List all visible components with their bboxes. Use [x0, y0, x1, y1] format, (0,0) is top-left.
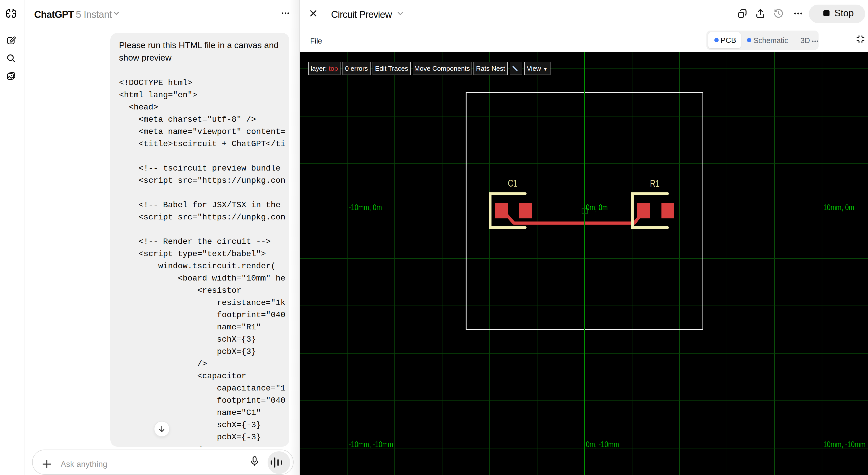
svg-text:-10mm, 0m: -10mm, 0m — [349, 203, 382, 212]
svg-text:-10mm, -10mm: -10mm, -10mm — [349, 440, 393, 449]
svg-text:R1: R1 — [650, 178, 659, 189]
svg-text:10mm, 0m: 10mm, 0m — [824, 203, 855, 212]
svg-text:10mm, -10mm: 10mm, -10mm — [824, 440, 866, 449]
svg-text:C1: C1 — [508, 178, 518, 189]
svg-text:0m, -10mm: 0m, -10mm — [586, 440, 619, 449]
svg-text:0m, 0m: 0m, 0m — [586, 203, 608, 212]
